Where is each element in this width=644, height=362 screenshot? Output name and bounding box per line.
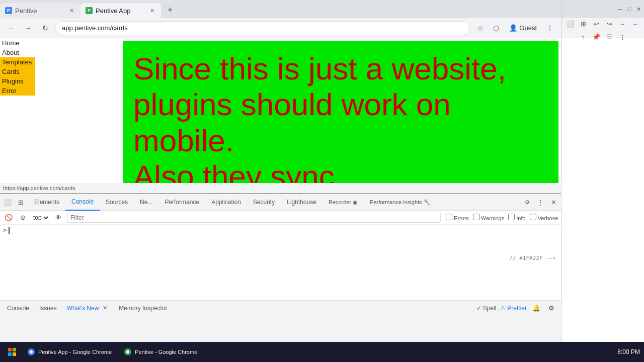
right-panel: ─ □ ✕ ⬜ ⊞ ↩ ↪ → ← ↑ 📌 ☰ ⋮: [561, 0, 644, 342]
devtools-tab-console[interactable]: Console: [65, 194, 100, 211]
nav-error[interactable]: Error: [0, 86, 35, 96]
profile-button[interactable]: 👤 Guest: [505, 23, 541, 33]
devtools-tab-network[interactable]: Ne...: [134, 194, 158, 211]
console-eye-icon[interactable]: 👁: [53, 212, 64, 223]
taskbar-chrome-pentive[interactable]: Pentive - Google Chrome: [119, 343, 202, 361]
footer-tab-whats-new[interactable]: What's New ✕: [64, 303, 112, 313]
devtools-inspect-icon[interactable]: ⬜: [2, 197, 13, 208]
panel-icon-more[interactable]: ⋮: [617, 31, 628, 42]
footer-settings-icon[interactable]: ⚙: [546, 303, 557, 314]
svg-point-5: [30, 350, 33, 353]
devtools-tab-elements[interactable]: Elements: [28, 194, 65, 211]
nav-cards[interactable]: Cards: [0, 67, 35, 76]
devtools-footer: Console Issues What's New ✕ Memory Inspe…: [0, 300, 561, 315]
panel-icon-1[interactable]: ⬜: [565, 18, 576, 29]
minimize-button[interactable]: ─: [617, 6, 624, 13]
footer-close-whats-new[interactable]: ✕: [101, 304, 109, 312]
footer-tab-issues[interactable]: Issues: [36, 304, 60, 313]
nav-sidebar: Home About Templates Cards Plugins Error: [0, 38, 35, 96]
console-toolbar: 🚫 ⊘ top 👁 Errors Warnings Info Verbose: [0, 211, 561, 225]
footer-tab-console[interactable]: Console: [4, 304, 32, 313]
back-button[interactable]: ←: [4, 21, 18, 35]
nav-plugins[interactable]: Plugins: [0, 76, 35, 86]
address-bar: ← → ↻ app.pentive.com/cards ☆ ⬡ 👤 Guest …: [0, 18, 561, 38]
panel-icon-undo[interactable]: ↩: [591, 18, 602, 29]
status-url: https://app.pentive.com/cards: [3, 185, 75, 191]
devtools-more-icon[interactable]: ⋮: [535, 197, 546, 208]
panel-icon-pin[interactable]: 📌: [591, 31, 602, 42]
right-panel-content: [561, 38, 644, 342]
refresh-button[interactable]: ↻: [38, 21, 52, 35]
tab-pentive[interactable]: P Pentive ✕: [0, 3, 80, 18]
devtools-tab-application[interactable]: Application: [205, 194, 247, 211]
url-bar[interactable]: app.pentive.com/cards: [55, 21, 470, 35]
main-content-card: Since this is just a website,plugins sho…: [123, 41, 558, 193]
footer-notifications-icon[interactable]: 🔔: [531, 303, 542, 314]
start-button[interactable]: [4, 344, 20, 360]
address-bar-icons: ☆ ⬡ 👤 Guest ⋮: [473, 21, 557, 35]
panel-icon-redo[interactable]: ↪: [604, 18, 615, 29]
menu-icon[interactable]: ⋮: [543, 21, 557, 35]
warning-icon: ⚠: [500, 305, 506, 312]
devtools-tab-bar: ⬜ ⊞ Elements Console Sources Ne... Perfo…: [0, 194, 561, 211]
console-verbose-label: Verbose: [530, 214, 558, 221]
footer-right: ✓ Spell ⚠ Prettier 🔔 ⚙: [476, 303, 557, 314]
guest-label: Guest: [519, 24, 537, 32]
url-text: app.pentive.com/cards: [62, 24, 463, 32]
tab-close-2[interactable]: ✕: [148, 7, 156, 15]
panel-icon-2[interactable]: ⊞: [578, 18, 589, 29]
console-cursor: [9, 227, 13, 234]
tab-favicon-1: P: [5, 7, 12, 14]
console-errors-checkbox[interactable]: [446, 214, 452, 220]
console-info-checkbox[interactable]: [508, 214, 515, 220]
console-prompt: >: [3, 227, 13, 234]
devtools-tab-perf-insights[interactable]: Performance insights 🔧: [364, 194, 436, 211]
close-button[interactable]: ✕: [635, 6, 642, 13]
nav-about[interactable]: About: [0, 48, 35, 57]
prettier-btn[interactable]: ⚠ Prettier: [500, 305, 527, 312]
color-comment: // #1FA22F -->: [509, 255, 556, 261]
nav-home[interactable]: Home: [0, 38, 35, 48]
console-filter-input[interactable]: [67, 213, 441, 223]
tab-close-1[interactable]: ✕: [67, 7, 75, 15]
panel-icon-up[interactable]: ↑: [578, 31, 589, 42]
devtools-icons: ⬜ ⊞: [2, 197, 26, 208]
forward-button[interactable]: →: [21, 21, 35, 35]
panel-icon-menu[interactable]: ☰: [604, 31, 615, 42]
card-text: Since this is just a website,plugins sho…: [133, 51, 548, 193]
cast-icon[interactable]: ⬡: [489, 21, 503, 35]
taskbar-time: 8:00 PM: [617, 348, 640, 355]
windows-taskbar: Pentive App - Google Chrome Pentive - Go…: [0, 342, 644, 362]
bookmark-icon[interactable]: ☆: [473, 21, 487, 35]
panel-icon-forward[interactable]: →: [617, 18, 628, 29]
devtools-device-icon[interactable]: ⊞: [15, 197, 26, 208]
console-context-select[interactable]: top: [31, 214, 50, 222]
tab-pentive-app[interactable]: P Pentive App ✕: [80, 3, 161, 18]
footer-tab-memory-inspector[interactable]: Memory Inspector: [116, 304, 170, 313]
checkmark-icon: ✓: [476, 305, 481, 312]
devtools-tab-performance[interactable]: Performance: [158, 194, 205, 211]
panel-icon-back[interactable]: ←: [630, 18, 641, 29]
svg-rect-1: [13, 348, 16, 351]
tab-bar: P Pentive ✕ P Pentive App ✕ +: [0, 0, 561, 18]
devtools-settings-icon[interactable]: ⚙: [522, 197, 533, 208]
devtools-tab-sources[interactable]: Sources: [100, 194, 134, 211]
svg-point-7: [126, 350, 129, 353]
devtools-panel: ⬜ ⊞ Elements Console Sources Ne... Perfo…: [0, 193, 561, 315]
devtools-close-icon[interactable]: ✕: [548, 197, 559, 208]
console-warnings-label: Warnings: [473, 214, 504, 221]
console-clear-icon[interactable]: 🚫: [3, 212, 14, 223]
nav-templates[interactable]: Templates: [0, 57, 35, 67]
devtools-tab-security[interactable]: Security: [247, 194, 281, 211]
devtools-tab-lighthouse[interactable]: Lighthouse: [281, 194, 323, 211]
taskbar-chrome-app[interactable]: Pentive App - Google Chrome: [22, 343, 117, 361]
svg-rect-2: [8, 352, 12, 356]
console-verbose-checkbox[interactable]: [530, 214, 536, 220]
console-filter-icon[interactable]: ⊘: [17, 212, 28, 223]
new-tab-button[interactable]: +: [163, 3, 177, 17]
devtools-tab-recorder[interactable]: Recorder ◉: [323, 194, 364, 211]
console-info-label: Info: [508, 214, 525, 221]
maximize-button[interactable]: □: [626, 6, 633, 13]
spell-btn[interactable]: ✓ Spell: [476, 305, 497, 312]
console-warnings-checkbox[interactable]: [473, 214, 479, 220]
